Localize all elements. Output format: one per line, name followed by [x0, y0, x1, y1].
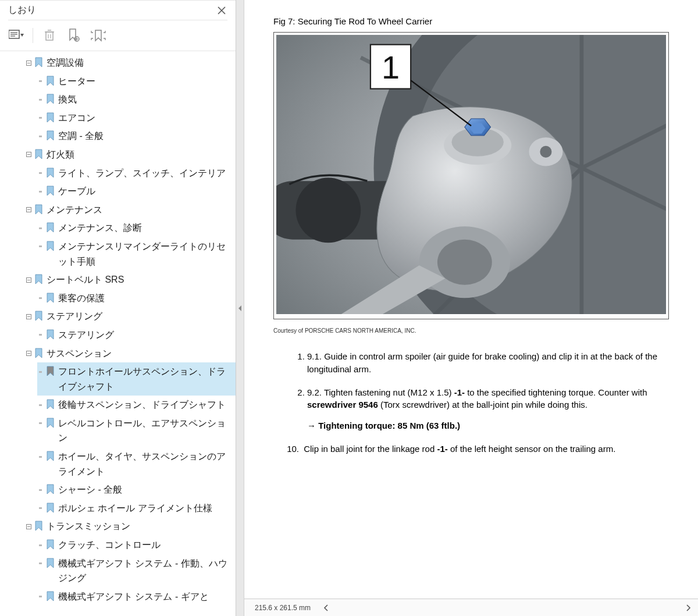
- svg-point-55: [296, 178, 361, 243]
- bookmark-item[interactable]: 機械式ギアシフト システム - ギアと: [37, 587, 236, 606]
- bookmark-label: メンテナンス、診断: [58, 220, 233, 236]
- svg-rect-16: [39, 117, 42, 119]
- tree-bullet: [37, 168, 43, 179]
- step-9-2: 9.2. Tighten fastening nut (M12 x 1.5) -…: [307, 386, 669, 432]
- bookmark-item[interactable]: ステアリング: [37, 326, 236, 344]
- bookmark-label: ステアリング: [47, 309, 233, 324]
- expand-bookmark-button[interactable]: [90, 27, 106, 44]
- svg-rect-20: [39, 172, 42, 174]
- bookmark-item[interactable]: ケーブル: [37, 182, 236, 201]
- bookmark-item[interactable]: メンテナンスリマインダーライトのリセット手順: [37, 237, 236, 270]
- torque-line: → Tightening torque: 85 Nm (63 ftlb.): [307, 419, 669, 432]
- step-10-a: Clip in ball joint for the linkage rod: [301, 444, 437, 454]
- bookmark-icon: [45, 329, 56, 340]
- bookmark-item[interactable]: 機械式ギアシフト システム - 作動、ハウジング: [37, 554, 236, 587]
- bookmark-group[interactable]: サスペンション: [26, 344, 236, 363]
- bookmark-icon: [45, 539, 56, 550]
- bookmark-item[interactable]: ヒーター: [37, 72, 236, 91]
- add-bookmark-button[interactable]: [66, 27, 82, 44]
- document-page[interactable]: Fig 7: Securing Tie Rod To Wheel Carrier: [244, 0, 698, 599]
- tree-bullet: [37, 113, 43, 123]
- bookmark-icon: [45, 366, 56, 376]
- collapse-toggle[interactable]: [26, 311, 31, 322]
- sidebar-title: しおり: [8, 4, 36, 16]
- svg-rect-36: [39, 422, 42, 424]
- bookmark-icon: [45, 94, 56, 104]
- collapse-toggle[interactable]: [26, 149, 31, 160]
- bookmark-group[interactable]: 空調設備: [26, 54, 236, 72]
- bookmarks-tree[interactable]: 空調設備ヒーター換気エアコン空調 - 全般灯火類ライト、ランプ、スイッチ、インテ…: [0, 51, 236, 616]
- bookmark-label: 空調 - 全般: [58, 129, 233, 144]
- bookmark-item[interactable]: ポルシェ ホイール アライメント仕様: [37, 499, 236, 518]
- close-sidebar-button[interactable]: [216, 5, 227, 16]
- bookmark-item[interactable]: 後輪サスペンション、ドライブシャフト: [37, 396, 236, 414]
- next-page-button[interactable]: [683, 603, 693, 613]
- bookmark-label: ステアリング: [58, 327, 233, 343]
- prev-page-button[interactable]: [321, 603, 332, 613]
- bookmark-item[interactable]: 空調 - 全般: [37, 127, 236, 145]
- tree-bullet: [37, 540, 43, 550]
- bookmark-item[interactable]: 乗客の保護: [37, 289, 236, 308]
- svg-rect-42: [39, 544, 42, 546]
- figure-callout-1: 1: [382, 49, 400, 86]
- svg-rect-34: [39, 371, 42, 373]
- figure-box: 1: [273, 32, 669, 319]
- collapse-toggle[interactable]: [26, 205, 31, 215]
- bookmark-icon: [34, 521, 44, 531]
- bookmark-icon: [45, 399, 56, 410]
- bookmark-item[interactable]: ライト、ランプ、スイッチ、インテリア: [37, 164, 236, 183]
- chevron-right-icon: [685, 604, 691, 611]
- svg-rect-44: [39, 596, 42, 597]
- bookmark-label: ヒーター: [58, 74, 233, 89]
- bookmark-item[interactable]: レベルコントロール、エアサスペンション: [37, 414, 236, 447]
- svg-rect-37: [39, 456, 42, 458]
- close-icon: [217, 6, 226, 15]
- bookmark-group[interactable]: ステアリング: [26, 307, 236, 326]
- collapse-toggle[interactable]: [26, 275, 31, 285]
- tree-bullet: [37, 592, 43, 602]
- svg-rect-14: [39, 80, 42, 82]
- svg-rect-24: [39, 227, 42, 229]
- bookmark-label: 空調設備: [47, 55, 233, 70]
- tree-bullet: [37, 400, 43, 410]
- trash-icon: [44, 29, 55, 42]
- bookmark-label: シャーシ - 全般: [58, 482, 233, 497]
- bookmark-label: フロントホイールサスペンション、ドライブシャフト: [58, 364, 233, 394]
- bookmark-item[interactable]: ホイール、タイヤ、サスペンションのアライメント: [37, 447, 236, 480]
- bookmark-label: トランスミッション: [47, 519, 233, 534]
- bookmark-item[interactable]: メンテナンス、診断: [37, 219, 236, 237]
- bookmark-icon: [34, 348, 44, 358]
- collapse-toggle[interactable]: [26, 521, 31, 532]
- bookmark-icon: [34, 204, 44, 215]
- bookmark-group[interactable]: メンテナンス: [26, 201, 236, 219]
- bookmark-item[interactable]: シャーシ - 全般: [37, 480, 236, 499]
- bookmark-item[interactable]: 換気: [37, 90, 236, 109]
- delete-bookmark-button[interactable]: [41, 27, 58, 44]
- bookmark-label: シートベルト SRS: [47, 272, 233, 287]
- step-9-2-c: to the specified tightening torque. Coun…: [465, 387, 647, 397]
- bookmark-icon: [34, 149, 44, 159]
- bookmark-group[interactable]: シートベルト SRS: [26, 270, 236, 289]
- splitter-handle[interactable]: [236, 0, 244, 616]
- bookmark-label: サスペンション: [47, 346, 233, 361]
- bookmark-group[interactable]: トランスミッション: [26, 517, 236, 536]
- sidebar-header: しおり: [0, 0, 236, 20]
- bookmark-group[interactable]: 灯火類: [26, 145, 236, 164]
- tree-bullet: [37, 366, 43, 377]
- bookmark-item[interactable]: エアコン: [37, 109, 236, 127]
- svg-rect-17: [39, 136, 42, 137]
- figure-courtesy: Courtesy of PORSCHE CARS NORTH AMERICA, …: [273, 327, 669, 334]
- collapse-toggle[interactable]: [26, 348, 31, 359]
- tree-bullet: [37, 330, 43, 340]
- bookmark-icon: [45, 130, 56, 141]
- bookmark-icon: [45, 241, 56, 251]
- bookmark-label: メンテナンス: [47, 202, 233, 218]
- collapse-toggle[interactable]: [26, 58, 31, 68]
- document-pane: Fig 7: Securing Tie Rod To Wheel Carrier: [244, 0, 698, 616]
- bookmark-icon: [45, 112, 56, 123]
- bookmark-label: 乗客の保護: [58, 291, 233, 306]
- bookmark-item[interactable]: フロントホイールサスペンション、ドライブシャフト: [37, 362, 236, 396]
- bookmark-item[interactable]: クラッチ、コントロール: [37, 536, 236, 554]
- step-10-c: of the left height sensor on the trailin…: [448, 444, 616, 454]
- sidebar-options-button[interactable]: [8, 27, 24, 44]
